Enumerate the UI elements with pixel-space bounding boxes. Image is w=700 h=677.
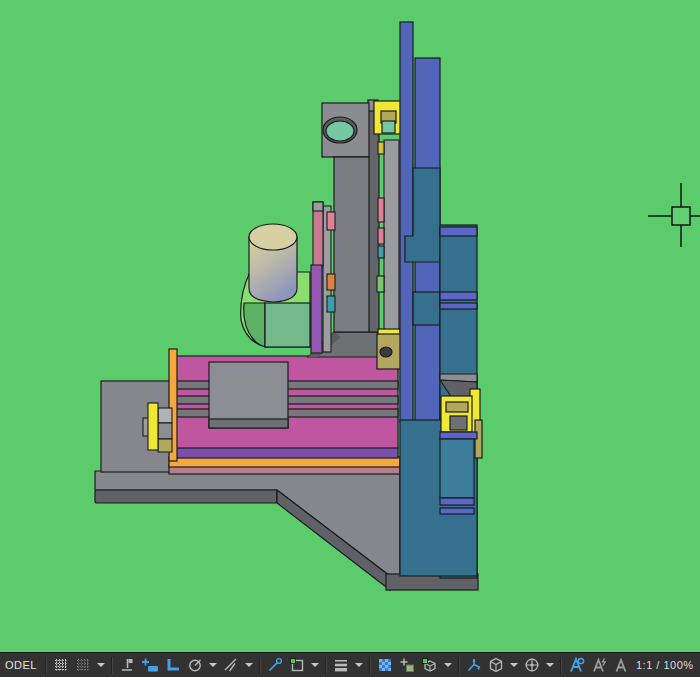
ucs-icon-button[interactable] (521, 653, 543, 677)
gizmo-button[interactable] (485, 653, 507, 677)
transparency-button[interactable] (374, 653, 396, 677)
work-table[interactable] (169, 349, 400, 474)
application-window: ODEL (0, 0, 700, 677)
annotation-scale-icon (613, 657, 629, 673)
status-bar: ODEL (0, 652, 700, 677)
object-snap-tracking-icon (267, 657, 283, 673)
separator (325, 657, 327, 674)
separator (560, 657, 562, 674)
dynamic-ucs-icon (466, 657, 482, 673)
osnap3d-dropdown-caret[interactable] (444, 663, 452, 667)
polar-dropdown-caret[interactable] (209, 663, 217, 667)
snap-grid-icon (75, 657, 91, 673)
isodraft-dropdown-caret[interactable] (245, 663, 253, 667)
narrow-blue-plate[interactable] (400, 22, 413, 422)
polar-tracking-icon (187, 657, 203, 673)
separator (259, 657, 261, 674)
lineweight-dropdown-caret[interactable] (355, 663, 363, 667)
pickbox (672, 207, 690, 225)
selection-cycling-button[interactable] (396, 653, 418, 677)
gizmo-dropdown-caret[interactable] (510, 663, 518, 667)
column-bore[interactable] (326, 121, 354, 141)
table-carriage-block[interactable] (209, 362, 288, 428)
ortho-icon (165, 657, 181, 673)
object-snap-icon (289, 657, 305, 673)
ucs-dropdown-caret[interactable] (546, 663, 554, 667)
annotation-autoscale-button[interactable] (588, 653, 610, 677)
annotation-scale-button[interactable] (610, 653, 632, 677)
ortho-mode-button[interactable] (162, 653, 184, 677)
motor-assembly[interactable] (241, 224, 310, 347)
dynamic-ucs-button[interactable] (463, 653, 485, 677)
ucs-icon (524, 657, 540, 673)
object-snap-3d-icon (421, 657, 438, 673)
snap-dropdown-caret[interactable] (97, 663, 105, 667)
object-snap-button[interactable] (286, 653, 308, 677)
model-space-toggle[interactable]: ODEL (0, 659, 42, 671)
separator (369, 657, 371, 674)
polar-tracking-button[interactable] (184, 653, 206, 677)
isodraft-icon (223, 657, 239, 673)
drawing-viewport[interactable] (0, 0, 700, 652)
crosshair-cursor (648, 183, 700, 247)
annotation-autoscale-icon (591, 657, 607, 673)
spindle-bracket[interactable] (374, 101, 402, 134)
osnap-dropdown-caret[interactable] (311, 663, 319, 667)
lineweight-icon (333, 657, 349, 673)
selection-cycling-icon (399, 657, 415, 673)
transparency-icon (377, 657, 393, 673)
column-side-bracket[interactable] (377, 329, 402, 369)
annotation-visibility-icon (568, 657, 585, 673)
lineweight-button[interactable] (330, 653, 352, 677)
infer-constraints-button[interactable] (116, 653, 138, 677)
separator (111, 657, 113, 674)
snap-mode-button[interactable] (72, 653, 94, 677)
object-snap-tracking-button[interactable] (264, 653, 286, 677)
dynamic-input-button[interactable] (138, 653, 162, 677)
object-snap-3d-button[interactable] (418, 653, 441, 677)
isometric-drafting-button[interactable] (220, 653, 242, 677)
dynamic-input-icon (141, 657, 159, 673)
vertical-plate-assembly[interactable] (400, 22, 482, 578)
gizmo-cube-icon (488, 657, 504, 673)
grid-display-button[interactable] (50, 653, 72, 677)
annotation-visibility-button[interactable] (565, 653, 588, 677)
infer-constraints-icon (119, 657, 135, 673)
model-canvas[interactable] (0, 0, 700, 652)
separator (458, 657, 460, 674)
grid-icon (53, 657, 69, 673)
annotation-scale-label[interactable]: 1:1 / 100% (632, 659, 698, 671)
separator (45, 657, 47, 674)
